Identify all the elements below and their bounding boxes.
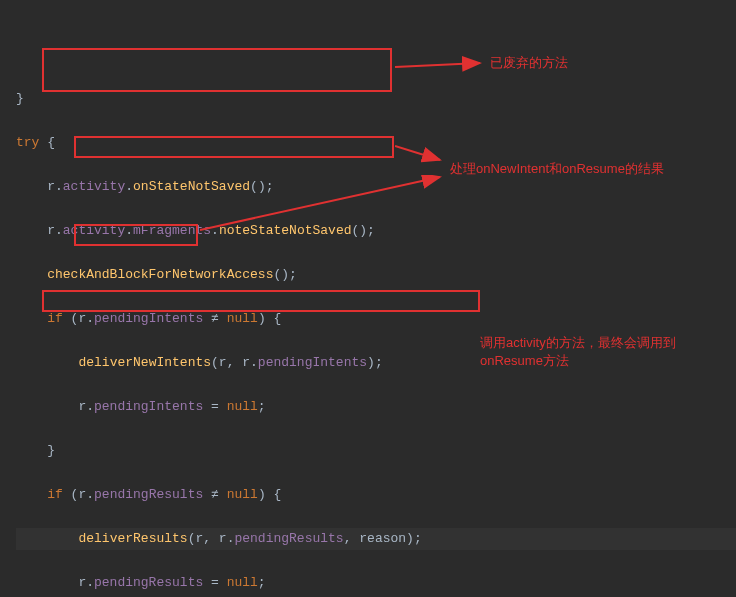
code-field: pendingIntents <box>258 355 367 370</box>
code-text: . <box>125 223 133 238</box>
code-text: ; <box>258 575 266 590</box>
code-text: } <box>16 91 24 106</box>
annotation-onresume: 调用activity的方法，最终会调用到onResume方法 <box>480 334 710 370</box>
code-text <box>16 355 78 370</box>
code-text: ≠ <box>203 311 226 326</box>
code-method: noteStateNotSaved <box>219 223 352 238</box>
code-text: (r, r. <box>188 531 235 546</box>
code-keyword: null <box>227 575 258 590</box>
annotation-handle-results: 处理onNewIntent和onResume的结果 <box>450 160 664 178</box>
code-text: . <box>125 179 133 194</box>
code-text: . <box>211 223 219 238</box>
code-text: r. <box>16 399 94 414</box>
code-field: pendingIntents <box>94 311 203 326</box>
code-field: activity <box>63 179 125 194</box>
code-field: pendingResults <box>94 575 203 590</box>
code-method: deliverResults <box>78 531 187 546</box>
code-field: pendingIntents <box>94 399 203 414</box>
code-text: ) { <box>258 311 281 326</box>
code-keyword: null <box>227 399 258 414</box>
code-editor[interactable]: } try { r.activity.onStateNotSaved(); r.… <box>0 60 736 597</box>
code-field: activity <box>63 223 125 238</box>
code-keyword: null <box>227 311 258 326</box>
code-text: , reason); <box>344 531 422 546</box>
code-text: ) { <box>258 487 281 502</box>
code-text: (r, r. <box>211 355 258 370</box>
code-text: { <box>39 135 55 150</box>
annotation-deprecated: 已废弃的方法 <box>490 54 568 72</box>
code-text: (); <box>273 267 296 282</box>
code-text: r. <box>16 179 63 194</box>
code-keyword: if <box>16 311 63 326</box>
code-text: r. <box>16 575 94 590</box>
code-keyword: try <box>16 135 39 150</box>
code-text: ); <box>367 355 383 370</box>
code-field: mFragments <box>133 223 211 238</box>
code-field: pendingResults <box>234 531 343 546</box>
code-text: ≠ <box>203 487 226 502</box>
code-text: (); <box>352 223 375 238</box>
code-keyword: null <box>227 487 258 502</box>
code-method: onStateNotSaved <box>133 179 250 194</box>
code-text <box>16 531 78 546</box>
code-text: } <box>16 443 55 458</box>
code-text: = <box>203 399 226 414</box>
code-text: (r. <box>63 311 94 326</box>
code-text: ; <box>258 399 266 414</box>
code-method: deliverNewIntents <box>78 355 211 370</box>
code-keyword: if <box>16 487 63 502</box>
code-field: pendingResults <box>94 487 203 502</box>
code-method: checkAndBlockForNetworkAccess <box>16 267 273 282</box>
code-text: r. <box>16 223 63 238</box>
code-text: = <box>203 575 226 590</box>
code-text: (); <box>250 179 273 194</box>
code-text: (r. <box>63 487 94 502</box>
